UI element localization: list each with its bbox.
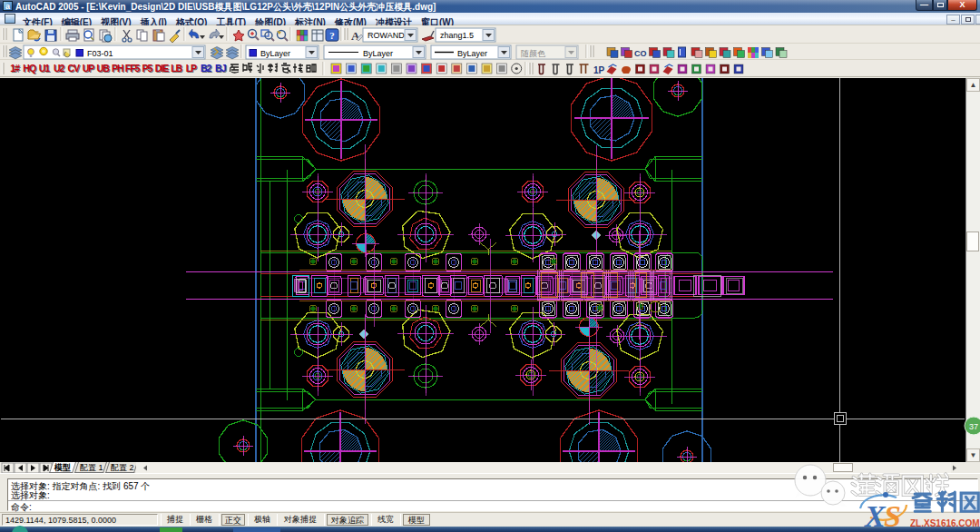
svg-text:ByLayer: ByLayer (260, 49, 290, 58)
svg-text:1P: 1P (593, 65, 605, 75)
svg-text:LB: LB (171, 63, 182, 74)
svg-text:CO: CO (634, 49, 647, 58)
svg-text:ROWAND: ROWAND (368, 31, 405, 40)
svg-text:?: ? (329, 30, 335, 41)
svg-text:DIE: DIE (155, 63, 170, 74)
svg-text:LP: LP (186, 63, 197, 74)
svg-text:U1: U1 (39, 63, 51, 74)
svg-text:1#: 1# (10, 63, 20, 74)
svg-text:BJ: BJ (215, 63, 227, 74)
svg-text:随颜色: 随颜色 (521, 49, 546, 58)
svg-text:ByLayer: ByLayer (457, 49, 487, 58)
svg-text:zhang1.5: zhang1.5 (440, 31, 474, 40)
svg-text:PH: PH (112, 63, 123, 74)
svg-text:U2: U2 (54, 63, 65, 74)
svg-text:P5: P5 (142, 63, 152, 74)
svg-text:HQ: HQ (23, 63, 36, 74)
svg-text:UP: UP (83, 63, 95, 74)
svg-text:ByLayer: ByLayer (363, 49, 393, 58)
svg-text:B2: B2 (201, 63, 212, 74)
svg-text:UB: UB (97, 63, 111, 74)
svg-text:FF5: FF5 (125, 63, 141, 74)
svg-text:CV: CV (68, 63, 81, 74)
svg-text:F03-01: F03-01 (87, 49, 113, 58)
